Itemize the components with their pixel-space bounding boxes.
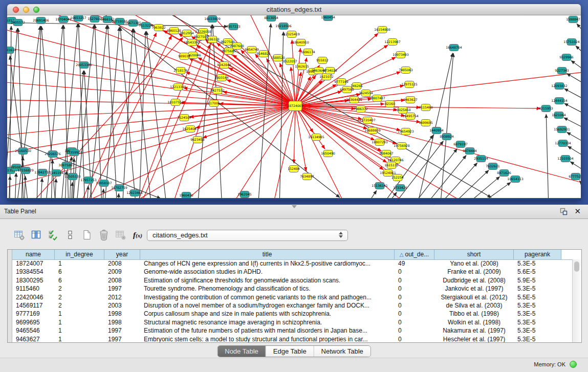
network-edge[interactable]: [384, 192, 397, 198]
function-builder-icon[interactable]: f(x): [132, 228, 144, 242]
network-node[interactable]: 9115460: [419, 104, 433, 111]
network-edge[interactable]: [71, 182, 72, 198]
network-node[interactable]: 12505133: [64, 173, 81, 180]
table-row[interactable]: 1938455462009Genome-wide association stu…: [12, 268, 573, 276]
network-node[interactable]: 16648784: [446, 45, 462, 51]
network-node[interactable]: 955812: [316, 57, 329, 64]
network-edge[interactable]: [146, 31, 167, 198]
network-node[interactable]: 12444154: [551, 98, 568, 104]
network-node[interactable]: 7513224: [139, 23, 153, 29]
network-node[interactable]: 7485063: [399, 67, 413, 74]
network-node[interactable]: 8813054: [264, 15, 278, 21]
network-node[interactable]: 16154808: [374, 27, 390, 33]
network-edge[interactable]: [7, 106, 295, 118]
network-edge[interactable]: [118, 193, 119, 198]
network-node[interactable]: 19704041: [55, 16, 72, 23]
network-edge[interactable]: [294, 106, 295, 163]
network-node[interactable]: 10807487: [369, 95, 385, 102]
network-edge[interactable]: [571, 60, 581, 73]
window-titlebar[interactable]: citations_edges.txt: [7, 4, 581, 15]
network-node[interactable]: 1440954: [429, 127, 444, 134]
row-checklist-icon[interactable]: [47, 228, 59, 242]
minimize-button[interactable]: [23, 7, 29, 13]
new-document-icon[interactable]: [81, 228, 93, 242]
network-edge[interactable]: [567, 74, 581, 86]
table-selector-dropdown[interactable]: citations_edges.txt: [147, 230, 348, 241]
network-node[interactable]: 15751024: [563, 39, 580, 46]
network-node[interactable]: 10654113: [507, 176, 524, 183]
network-node[interactable]: 989039: [178, 53, 190, 60]
network-edge[interactable]: [24, 176, 26, 198]
table-row[interactable]: 1830029562008Estimation of significance …: [12, 276, 573, 285]
network-node[interactable]: 10973493: [393, 52, 409, 58]
network-node[interactable]: 15720407: [359, 117, 376, 124]
zoom-button[interactable]: [33, 7, 39, 13]
network-node[interactable]: 1145194: [49, 170, 63, 177]
network-node[interactable]: 2031614: [7, 47, 16, 54]
scrollbar-thumb[interactable]: [574, 261, 579, 272]
network-node[interactable]: 1962045: [237, 191, 252, 198]
network-edge[interactable]: [40, 178, 42, 198]
network-node[interactable]: 12213389: [170, 84, 186, 91]
network-node[interactable]: 6777522: [569, 173, 581, 180]
network-node[interactable]: 10958107: [96, 180, 112, 187]
network-node[interactable]: 15134985: [308, 134, 324, 141]
network-node[interactable]: 2803144: [214, 75, 229, 81]
close-button[interactable]: [13, 7, 19, 13]
network-node[interactable]: 16495754: [402, 113, 419, 120]
network-node[interactable]: 30975887: [58, 162, 75, 169]
network-edge[interactable]: [273, 106, 295, 198]
table-row[interactable]: 946362711997Embryonic stem cells: a mode…: [12, 335, 573, 342]
network-node[interactable]: 1650490: [321, 150, 335, 157]
network-node[interactable]: 252254: [391, 174, 404, 181]
network-edge[interactable]: [104, 27, 119, 198]
network-node[interactable]: 20691406: [33, 17, 49, 24]
table-row[interactable]: 969969511998Structural magnetic resonanc…: [12, 318, 573, 326]
close-panel-icon[interactable]: ✕: [574, 207, 581, 215]
network-node[interactable]: 16782759: [111, 185, 127, 191]
table-settings-icon[interactable]: [13, 228, 26, 242]
network-node[interactable]: 12975125: [401, 81, 418, 88]
memory-indicator[interactable]: [570, 361, 577, 368]
network-edge[interactable]: [570, 162, 581, 173]
network-node[interactable]: 20206576: [45, 151, 61, 158]
network-node[interactable]: 12325419: [284, 31, 300, 38]
table-row[interactable]: 911546021997Tourette syndrome. Phenomeno…: [12, 285, 573, 293]
network-edge[interactable]: [364, 190, 377, 198]
network-node[interactable]: 1696174: [301, 49, 315, 56]
network-node[interactable]: 17957253: [80, 177, 97, 184]
trash-icon[interactable]: [98, 228, 110, 242]
network-node[interactable]: 26364436: [346, 97, 362, 103]
column-header-year[interactable]: year: [104, 250, 140, 259]
network-edge[interactable]: [15, 173, 16, 198]
network-node[interactable]: 9777169: [334, 79, 349, 85]
network-node[interactable]: 12213987: [384, 39, 401, 46]
network-node[interactable]: 12093832: [551, 83, 568, 90]
network-node[interactable]: 2718176: [173, 68, 188, 74]
network-node[interactable]: 2405572: [11, 19, 25, 26]
network-node[interactable]: 6497568: [340, 86, 354, 93]
network-edge[interactable]: [448, 170, 489, 198]
table-scrollbar[interactable]: [572, 259, 581, 342]
network-node[interactable]: 15692931: [554, 126, 570, 133]
network-node[interactable]: 2935114: [474, 156, 488, 162]
table-row[interactable]: 2242004622012Investigating the contribut…: [12, 293, 573, 301]
network-node[interactable]: 117006: [208, 100, 220, 107]
network-node[interactable]: 8938924: [440, 134, 454, 140]
column-header-short[interactable]: short: [434, 250, 514, 259]
network-edge[interactable]: [7, 106, 295, 189]
network-edge[interactable]: [474, 182, 511, 198]
network-node[interactable]: 18640910: [293, 39, 309, 46]
network-edge[interactable]: [181, 106, 295, 198]
rows-icon[interactable]: [64, 228, 76, 242]
network-graph[interactable]: 2531380240557220691406197040411065325715…: [7, 15, 581, 198]
table-row[interactable]: 1456911722003Disruption of a novel membe…: [12, 301, 573, 310]
network-node[interactable]: 19218506: [275, 23, 292, 30]
network-edge[interactable]: [139, 31, 146, 198]
network-node[interactable]: 9329966: [559, 54, 574, 61]
tab-edge-table[interactable]: Edge Table: [266, 346, 314, 357]
network-edge[interactable]: [577, 24, 581, 37]
network-canvas[interactable]: 2531380240557220691406197040411065325715…: [7, 15, 581, 198]
network-node[interactable]: 7524504: [177, 115, 191, 121]
network-node[interactable]: 9474444: [463, 148, 477, 155]
